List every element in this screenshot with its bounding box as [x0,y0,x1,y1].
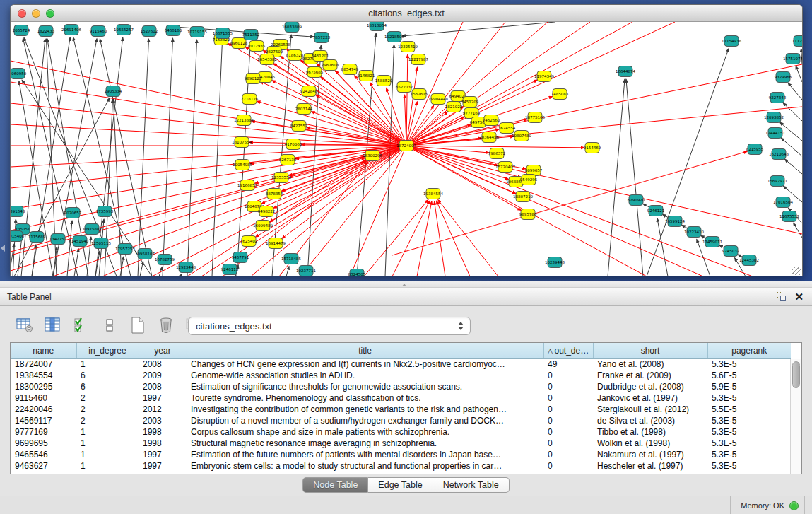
tab-node-table[interactable]: Node Table [302,477,368,493]
cell[interactable]: 49 [543,358,593,370]
cell[interactable]: 5.3E-5 [707,426,791,438]
cell[interactable]: 5.3E-5 [707,392,791,404]
cell[interactable]: 1 [76,426,139,438]
cell[interactable]: 2003 [139,415,187,426]
cell[interactable]: Tibbo et al. (1998) [593,426,707,438]
cell[interactable]: 0 [543,438,593,449]
cell[interactable]: Jankovic et al. (1997) [593,392,707,404]
select-columns-icon[interactable] [72,316,90,334]
zoom-window-button[interactable] [46,9,54,18]
cell[interactable]: Changes of HCN gene expression and I(f) … [187,358,543,370]
tab-network-table[interactable]: Network Table [433,477,510,493]
cell[interactable]: 22420046 [11,404,76,415]
cell[interactable]: 14569117 [11,415,76,426]
show-column-icon[interactable] [44,316,62,334]
cell[interactable]: 0 [543,370,593,381]
close-panel-icon[interactable]: ✕ [794,292,804,302]
close-window-button[interactable] [18,9,26,18]
cell[interactable]: 1 [76,358,139,370]
cell[interactable]: 2008 [139,358,187,370]
table-row[interactable]: 1830029562008Estimation of significance … [11,381,791,392]
cell[interactable]: Franke et al. (2009) [593,370,707,381]
cell[interactable]: 1997 [139,392,187,404]
cell[interactable]: Investigating the contribution of common… [187,404,543,415]
cell[interactable]: 2 [76,415,139,426]
cell[interactable]: Nakamura et al. (1997) [593,449,707,460]
cell[interactable]: 2008 [139,381,187,392]
column-header-pagerank[interactable]: pagerank [707,343,791,358]
cell[interactable]: 6 [76,381,139,392]
cell[interactable]: 1998 [139,426,187,438]
table-row[interactable]: 911546021997Tourette syndrome. Phenomeno… [11,392,791,404]
cell[interactable]: 1997 [139,460,187,472]
cell[interactable]: Yano et al. (2008) [593,358,707,370]
network-canvas[interactable]: 1872400718300295193845547163822896012889… [11,22,802,276]
table-scrollbar[interactable] [790,359,801,474]
cell[interactable]: 9777169 [11,426,76,438]
cell[interactable]: 5.5E-5 [707,404,791,415]
cell[interactable]: 9463627 [11,460,76,472]
cell[interactable]: 0 [543,460,593,472]
cell[interactable]: Hescheler et al. (1997) [593,460,707,472]
network-view-window[interactable]: citations_edges.txt 18724007183002951 [10,4,803,276]
column-header-short[interactable]: short [593,343,707,358]
table-settings-icon[interactable] [16,316,34,334]
cell[interactable]: 1 [76,438,139,449]
tab-edge-table[interactable]: Edge Table [368,477,433,493]
table-row[interactable]: 977716911998Corpus callosum shape and si… [11,426,791,438]
column-header-name[interactable]: name [11,343,76,358]
cell[interactable]: 18300295 [11,381,76,392]
scrollbar-thumb[interactable] [792,361,800,388]
table-row[interactable]: 946554611997Estimation of the future num… [11,449,791,460]
cell[interactable]: 1 [76,460,139,472]
cell[interactable]: 1997 [139,449,187,460]
window-resize-grip[interactable] [792,267,801,275]
cell[interactable]: 5.3E-5 [707,460,791,472]
cell[interactable]: 0 [543,449,593,460]
column-header-out_de[interactable]: △out_de… [543,343,593,358]
cell[interactable]: 5.3E-5 [707,358,791,370]
cell[interactable]: Estimation of significance thresholds fo… [187,381,543,392]
cell[interactable]: 0 [543,381,593,392]
cell[interactable]: Stergiakouli et al. (2012) [593,404,707,415]
cell[interactable]: 2 [76,404,139,415]
cell[interactable]: Dudbridge et al. (2008) [593,381,707,392]
cell[interactable]: Estimation of the future numbers of pati… [187,449,543,460]
float-panel-icon[interactable] [777,292,786,301]
cell[interactable]: 5.6E-5 [707,370,791,381]
cell[interactable]: Structural magnetic resonance image aver… [187,438,543,449]
column-header-in_degree[interactable]: in_degree [76,343,139,358]
cell[interactable]: 2009 [139,370,187,381]
table-row[interactable]: 2242004622012Investigating the contribut… [11,404,791,415]
cell[interactable]: 0 [543,415,593,426]
window-titlebar[interactable]: citations_edges.txt [11,5,802,22]
cell[interactable]: 5.3E-5 [707,449,791,460]
cell[interactable]: 0 [543,404,593,415]
cell[interactable]: 9699695 [11,438,76,449]
table-row[interactable]: 1456911722003Disruption of a novel membe… [11,415,791,426]
cell[interactable]: 0 [543,392,593,404]
cell[interactable]: Wolkin et al. (1998) [593,438,707,449]
cell[interactable]: 6 [76,370,139,381]
cell[interactable]: Corpus callosum shape and size in male p… [187,426,543,438]
cell[interactable]: 9115460 [11,392,76,404]
minimize-window-button[interactable] [32,9,40,18]
cell[interactable]: 9465546 [11,449,76,460]
collapse-left-panel-icon[interactable] [1,245,5,252]
cell[interactable]: 5.3E-5 [707,415,791,426]
cell[interactable]: 18724007 [11,358,76,370]
cell[interactable]: 19384554 [11,370,76,381]
divider-handle-icon[interactable] [401,283,410,286]
cell[interactable]: de Silva et al. (2003) [593,415,707,426]
cell[interactable]: 2 [76,392,139,404]
cell[interactable]: 1998 [139,438,187,449]
column-header-year[interactable]: year [139,343,187,358]
cell[interactable]: Tourette syndrome. Phenomenology and cla… [187,392,543,404]
row-height-icon[interactable] [100,316,119,334]
cell[interactable]: 5.3E-5 [707,438,791,449]
column-header-title[interactable]: title [187,343,543,358]
table-row[interactable]: 946362711997Embryonic stem cells: a mode… [11,460,791,472]
cell[interactable]: 0 [543,426,593,438]
cell[interactable]: 2012 [139,404,187,415]
cell[interactable]: Embryonic stem cells: a model to study s… [187,460,543,472]
